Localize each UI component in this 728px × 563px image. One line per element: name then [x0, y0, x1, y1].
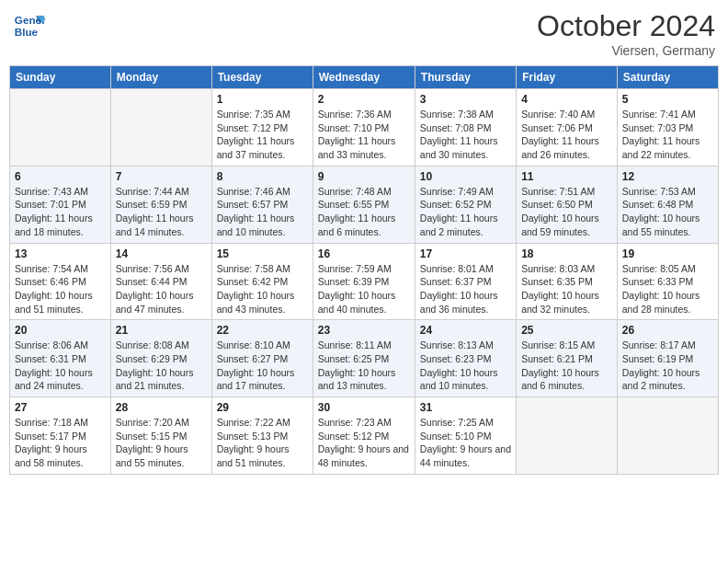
day-info: Sunrise: 7:44 AMSunset: 6:59 PMDaylight:… [116, 185, 207, 239]
day-number: 29 [217, 401, 308, 414]
day-number: 3 [420, 93, 511, 106]
table-cell: 18Sunrise: 8:03 AMSunset: 6:35 PMDayligh… [517, 243, 618, 320]
day-info: Sunrise: 7:48 AMSunset: 6:55 PMDaylight:… [318, 185, 410, 239]
col-thursday: Thursday [415, 66, 516, 89]
day-info: Sunrise: 7:58 AMSunset: 6:42 PMDaylight:… [217, 262, 308, 316]
day-number: 13 [15, 247, 106, 260]
day-info: Sunrise: 8:08 AMSunset: 6:29 PMDaylight:… [116, 339, 207, 393]
day-info: Sunrise: 7:35 AMSunset: 7:12 PMDaylight:… [217, 108, 308, 162]
day-info: Sunrise: 7:18 AMSunset: 5:17 PMDaylight:… [15, 416, 106, 470]
day-info: Sunrise: 8:17 AMSunset: 6:19 PMDaylight:… [622, 339, 713, 393]
day-number: 23 [318, 324, 410, 337]
table-cell: 23Sunrise: 8:11 AMSunset: 6:25 PMDayligh… [313, 320, 415, 397]
day-number: 28 [116, 401, 207, 414]
col-wednesday: Wednesday [313, 66, 415, 89]
table-cell: 17Sunrise: 8:01 AMSunset: 6:37 PMDayligh… [415, 243, 516, 320]
header-row: Sunday Monday Tuesday Wednesday Thursday… [10, 66, 719, 89]
table-cell: 31Sunrise: 7:25 AMSunset: 5:10 PMDayligh… [415, 397, 516, 475]
day-number: 11 [521, 170, 612, 183]
table-cell [110, 89, 211, 167]
calendar-row: 20Sunrise: 8:06 AMSunset: 6:31 PMDayligh… [10, 320, 719, 397]
day-number: 7 [116, 170, 207, 183]
day-number: 26 [622, 324, 713, 337]
table-cell: 6Sunrise: 7:43 AMSunset: 7:01 PMDaylight… [10, 166, 111, 243]
day-number: 14 [116, 247, 207, 260]
day-info: Sunrise: 7:43 AMSunset: 7:01 PMDaylight:… [15, 185, 106, 239]
table-cell: 22Sunrise: 8:10 AMSunset: 6:27 PMDayligh… [211, 320, 313, 397]
day-number: 30 [318, 401, 410, 414]
day-number: 4 [521, 93, 612, 106]
table-cell: 21Sunrise: 8:08 AMSunset: 6:29 PMDayligh… [110, 320, 211, 397]
day-info: Sunrise: 7:56 AMSunset: 6:44 PMDaylight:… [116, 262, 207, 316]
day-number: 18 [521, 247, 612, 260]
day-info: Sunrise: 7:20 AMSunset: 5:15 PMDaylight:… [116, 416, 207, 470]
table-cell: 12Sunrise: 7:53 AMSunset: 6:48 PMDayligh… [617, 166, 718, 243]
day-info: Sunrise: 7:40 AMSunset: 7:06 PMDaylight:… [521, 108, 612, 162]
day-info: Sunrise: 8:11 AMSunset: 6:25 PMDaylight:… [318, 339, 410, 393]
table-cell: 11Sunrise: 7:51 AMSunset: 6:50 PMDayligh… [517, 166, 618, 243]
day-number: 20 [15, 324, 106, 337]
day-number: 1 [217, 93, 308, 106]
day-number: 5 [622, 93, 713, 106]
table-cell: 3Sunrise: 7:38 AMSunset: 7:08 PMDaylight… [415, 89, 516, 167]
day-number: 25 [521, 324, 612, 337]
col-monday: Monday [110, 66, 211, 89]
day-info: Sunrise: 7:51 AMSunset: 6:50 PMDaylight:… [521, 185, 612, 239]
day-number: 19 [622, 247, 713, 260]
day-number: 21 [116, 324, 207, 337]
calendar-row: 1Sunrise: 7:35 AMSunset: 7:12 PMDaylight… [10, 89, 719, 167]
title-block: October 2024 Viersen, Germany [537, 9, 715, 58]
day-number: 16 [318, 247, 410, 260]
day-number: 9 [318, 170, 410, 183]
table-cell: 10Sunrise: 7:49 AMSunset: 6:52 PMDayligh… [415, 166, 516, 243]
logo-icon: General Blue [13, 9, 46, 42]
day-info: Sunrise: 8:03 AMSunset: 6:35 PMDaylight:… [521, 262, 612, 316]
day-info: Sunrise: 8:05 AMSunset: 6:33 PMDaylight:… [622, 262, 713, 316]
table-cell: 25Sunrise: 8:15 AMSunset: 6:21 PMDayligh… [517, 320, 618, 397]
day-info: Sunrise: 7:23 AMSunset: 5:12 PMDaylight:… [318, 416, 410, 470]
table-cell: 20Sunrise: 8:06 AMSunset: 6:31 PMDayligh… [10, 320, 111, 397]
col-saturday: Saturday [617, 66, 718, 89]
table-cell: 1Sunrise: 7:35 AMSunset: 7:12 PMDaylight… [211, 89, 313, 167]
day-info: Sunrise: 8:06 AMSunset: 6:31 PMDaylight:… [15, 339, 106, 393]
day-info: Sunrise: 7:53 AMSunset: 6:48 PMDaylight:… [622, 185, 713, 239]
calendar-row: 13Sunrise: 7:54 AMSunset: 6:46 PMDayligh… [10, 243, 719, 320]
table-cell: 15Sunrise: 7:58 AMSunset: 6:42 PMDayligh… [211, 243, 313, 320]
day-number: 10 [420, 170, 511, 183]
table-cell: 28Sunrise: 7:20 AMSunset: 5:15 PMDayligh… [110, 397, 211, 475]
day-info: Sunrise: 7:22 AMSunset: 5:13 PMDaylight:… [217, 416, 308, 470]
page-header: General Blue October 2024 Viersen, Germa… [9, 9, 719, 58]
table-cell: 16Sunrise: 7:59 AMSunset: 6:39 PMDayligh… [313, 243, 415, 320]
table-cell: 9Sunrise: 7:48 AMSunset: 6:55 PMDaylight… [313, 166, 415, 243]
day-info: Sunrise: 7:59 AMSunset: 6:39 PMDaylight:… [318, 262, 410, 316]
day-info: Sunrise: 8:01 AMSunset: 6:37 PMDaylight:… [420, 262, 511, 316]
day-number: 15 [217, 247, 308, 260]
table-cell: 24Sunrise: 8:13 AMSunset: 6:23 PMDayligh… [415, 320, 516, 397]
day-number: 27 [15, 401, 106, 414]
table-cell: 30Sunrise: 7:23 AMSunset: 5:12 PMDayligh… [313, 397, 415, 475]
table-cell: 14Sunrise: 7:56 AMSunset: 6:44 PMDayligh… [110, 243, 211, 320]
location: Viersen, Germany [537, 43, 715, 58]
calendar-table: Sunday Monday Tuesday Wednesday Thursday… [9, 65, 719, 475]
day-info: Sunrise: 7:46 AMSunset: 6:57 PMDaylight:… [217, 185, 308, 239]
table-cell: 13Sunrise: 7:54 AMSunset: 6:46 PMDayligh… [10, 243, 111, 320]
day-info: Sunrise: 7:36 AMSunset: 7:10 PMDaylight:… [318, 108, 410, 162]
table-cell: 27Sunrise: 7:18 AMSunset: 5:17 PMDayligh… [10, 397, 111, 475]
table-cell: 8Sunrise: 7:46 AMSunset: 6:57 PMDaylight… [211, 166, 313, 243]
table-cell [617, 397, 718, 475]
day-number: 17 [420, 247, 511, 260]
logo: General Blue [13, 9, 46, 42]
svg-text:Blue: Blue [15, 26, 39, 38]
calendar-row: 27Sunrise: 7:18 AMSunset: 5:17 PMDayligh… [10, 397, 719, 475]
table-cell [517, 397, 618, 475]
day-info: Sunrise: 8:13 AMSunset: 6:23 PMDaylight:… [420, 339, 511, 393]
day-number: 12 [622, 170, 713, 183]
table-cell: 2Sunrise: 7:36 AMSunset: 7:10 PMDaylight… [313, 89, 415, 167]
day-info: Sunrise: 7:49 AMSunset: 6:52 PMDaylight:… [420, 185, 511, 239]
table-cell: 4Sunrise: 7:40 AMSunset: 7:06 PMDaylight… [517, 89, 618, 167]
day-number: 6 [15, 170, 106, 183]
day-number: 22 [217, 324, 308, 337]
day-number: 2 [318, 93, 410, 106]
day-info: Sunrise: 8:10 AMSunset: 6:27 PMDaylight:… [217, 339, 308, 393]
day-info: Sunrise: 7:38 AMSunset: 7:08 PMDaylight:… [420, 108, 511, 162]
